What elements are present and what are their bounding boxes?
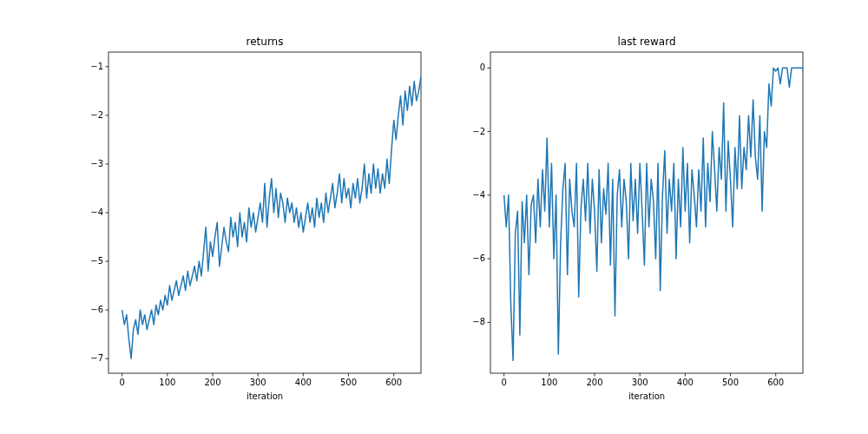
x-tick-label: 200 [204, 378, 220, 387]
plot-frame [108, 52, 421, 373]
x-tick-label: 200 [586, 378, 602, 387]
x-tick-label: 600 [385, 378, 402, 387]
y-tick-label: −7 [90, 353, 103, 363]
y-tick-label: −6 [90, 305, 103, 314]
series-line [504, 68, 868, 360]
x-axis-label: iteration [628, 391, 665, 401]
x-tick-label: 300 [632, 378, 648, 387]
x-tick-label: 400 [295, 378, 312, 387]
x-tick-label: 100 [159, 378, 175, 387]
y-tick-label: 0 [480, 62, 485, 72]
y-tick-label: −3 [90, 159, 103, 168]
x-tick-label: 0 [119, 378, 124, 387]
x-tick-label: 300 [250, 378, 266, 387]
y-tick-label: −1 [90, 62, 103, 71]
y-tick-label: −8 [472, 317, 485, 326]
y-tick-label: −6 [472, 253, 485, 263]
x-axis-label: iteration [247, 391, 283, 401]
x-tick-label: 500 [722, 378, 739, 387]
x-tick-label: 500 [340, 378, 357, 387]
y-tick-label: −2 [472, 127, 485, 136]
x-tick-label: 600 [767, 378, 784, 387]
x-tick-label: 0 [501, 378, 506, 387]
chart-panel-1: 0100200300400500600−8−6−4−20last rewardi… [472, 36, 868, 401]
y-tick-label: −4 [472, 190, 485, 200]
chart-title: returns [247, 36, 284, 48]
x-tick-label: 400 [677, 378, 694, 387]
y-tick-label: −5 [90, 256, 103, 266]
chart-svg: 0100200300400500600−7−6−5−4−3−2−1returns… [0, 0, 868, 434]
y-tick-label: −2 [90, 110, 103, 120]
chart-figure: 0100200300400500600−7−6−5−4−3−2−1returns… [0, 0, 868, 434]
chart-title: last reward [617, 36, 675, 48]
series-line [122, 67, 684, 358]
y-tick-label: −4 [90, 207, 103, 217]
x-tick-label: 100 [541, 378, 557, 387]
